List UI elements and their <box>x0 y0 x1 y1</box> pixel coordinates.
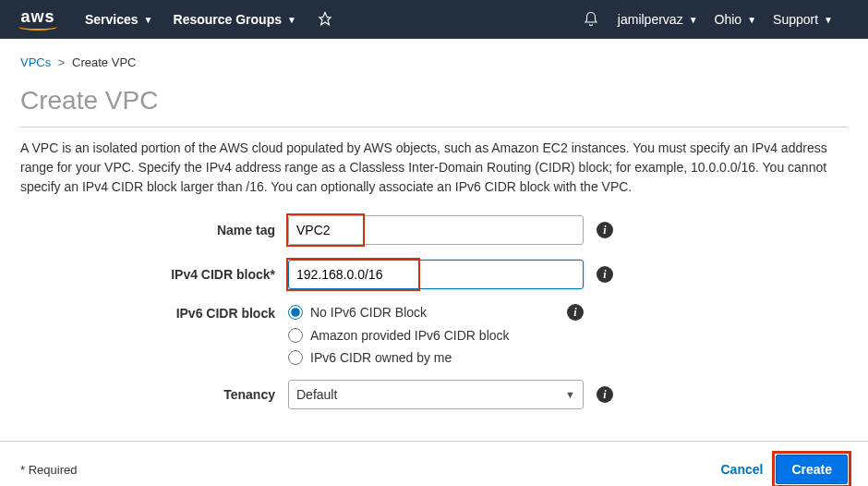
ipv6-none-label[interactable]: No IPv6 CIDR Block <box>310 305 427 320</box>
aws-logo[interactable]: aws <box>18 8 57 30</box>
ipv6-cidr-row: IPv6 CIDR block No IPv6 CIDR Block i Ama… <box>20 304 848 365</box>
ipv6-radio-group: No IPv6 CIDR Block i Amazon provided IPv… <box>288 304 584 365</box>
info-icon[interactable]: i <box>597 222 613 238</box>
ipv6-owned-label[interactable]: IPv6 CIDR owned by me <box>310 350 452 365</box>
ipv6-owned-radio[interactable] <box>288 350 303 365</box>
ipv4-cidr-input[interactable] <box>288 260 584 289</box>
account-menu[interactable]: jamilpervaz ▼ <box>618 12 698 27</box>
support-menu[interactable]: Support ▼ <box>773 12 833 27</box>
pin-icon[interactable] <box>317 11 333 28</box>
chevron-down-icon: ▼ <box>565 389 575 400</box>
name-tag-row: Name tag i <box>20 215 848 245</box>
chevron-down-icon: ▼ <box>747 15 756 25</box>
logo-smile-icon <box>18 23 57 30</box>
tenancy-row: Tenancy Default ▼ i <box>20 380 848 409</box>
breadcrumb-vpcs-link[interactable]: VPCs <box>20 55 51 69</box>
breadcrumb-separator: > <box>58 55 66 69</box>
breadcrumb-current: Create VPC <box>72 55 136 69</box>
chevron-down-icon: ▼ <box>824 15 833 25</box>
chevron-down-icon: ▼ <box>689 15 698 25</box>
services-menu[interactable]: Services ▼ <box>85 12 153 27</box>
services-label: Services <box>85 12 139 27</box>
page-title: Create VPC <box>20 86 848 115</box>
ipv6-none-radio[interactable] <box>288 305 303 320</box>
account-label: jamilpervaz <box>618 12 683 27</box>
name-tag-label: Name tag <box>20 223 288 237</box>
top-nav: aws Services ▼ Resource Groups ▼ jamilpe… <box>0 0 868 39</box>
info-icon[interactable]: i <box>567 304 584 321</box>
resource-groups-menu[interactable]: Resource Groups ▼ <box>174 12 296 27</box>
cancel-button[interactable]: Cancel <box>707 455 776 484</box>
name-tag-input[interactable] <box>288 215 584 245</box>
ipv6-cidr-label: IPv6 CIDR block <box>20 304 288 321</box>
ipv6-amazon-label[interactable]: Amazon provided IPv6 CIDR block <box>310 328 510 343</box>
footer: * Required Cancel Create <box>0 441 868 486</box>
breadcrumb: VPCs > Create VPC <box>20 55 848 69</box>
tenancy-select[interactable]: Default ▼ <box>288 380 584 409</box>
page-description: A VPC is an isolated portion of the AWS … <box>20 139 848 197</box>
support-label: Support <box>773 12 818 27</box>
main-content: VPCs > Create VPC Create VPC A VPC is an… <box>0 39 868 441</box>
info-icon[interactable]: i <box>597 386 613 403</box>
required-note: * Required <box>20 463 77 477</box>
notifications-icon[interactable] <box>583 11 599 28</box>
ipv6-amazon-radio[interactable] <box>288 328 303 343</box>
info-icon[interactable]: i <box>597 266 613 283</box>
tenancy-label: Tenancy <box>20 387 288 402</box>
chevron-down-icon: ▼ <box>144 15 153 25</box>
resource-groups-label: Resource Groups <box>174 12 282 27</box>
create-button[interactable]: Create <box>776 455 848 484</box>
region-label: Ohio <box>715 12 742 27</box>
tenancy-value: Default <box>296 387 337 402</box>
ipv4-cidr-row: IPv4 CIDR block* i <box>20 260 848 289</box>
ipv4-cidr-label: IPv4 CIDR block* <box>20 267 288 282</box>
region-menu[interactable]: Ohio ▼ <box>715 12 756 27</box>
divider <box>20 127 848 128</box>
chevron-down-icon: ▼ <box>287 15 296 25</box>
